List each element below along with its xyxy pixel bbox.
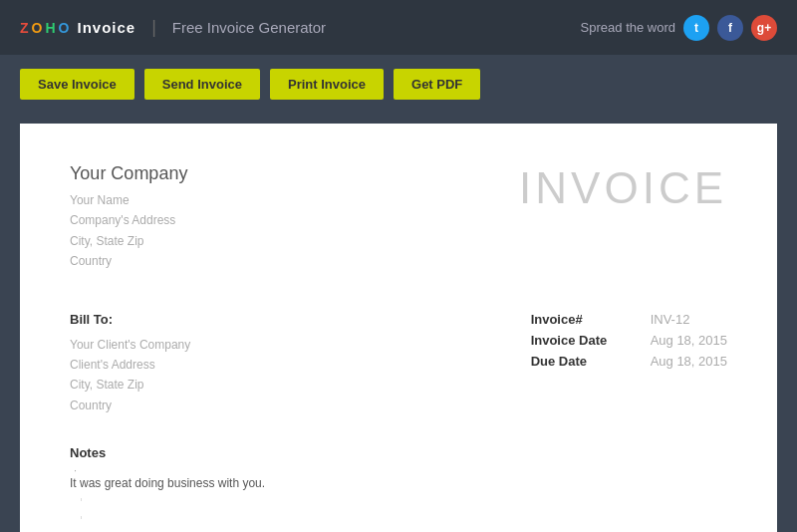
invoice-logo-text: Invoice — [77, 19, 135, 36]
company-name: Your Company — [70, 163, 187, 184]
invoice-area: Your Company Your Name Company's Address… — [0, 114, 797, 532]
logo-z: Z — [20, 20, 29, 36]
invoice-due-value: Aug 18, 2015 — [651, 354, 727, 369]
get-pdf-button[interactable]: Get PDF — [394, 69, 480, 100]
notes-ticks: ˈ ˈ ˈ — [80, 494, 727, 532]
bill-to-label: Bill To: — [70, 312, 190, 327]
invoice-num-row: Invoice# INV-12 — [531, 312, 727, 327]
client-address: Client's Address — [70, 355, 190, 375]
invoice-num-value: INV-12 — [651, 312, 690, 327]
tick-1: ˈ — [80, 494, 727, 512]
company-address: Company's Address — [70, 210, 187, 230]
header-divider: | — [151, 17, 156, 38]
invoice-title-text: INVOICE — [519, 163, 727, 213]
notes-section: Notes · It was great doing business with… — [70, 445, 727, 532]
invoice-paper: Your Company Your Name Company's Address… — [20, 124, 777, 532]
invoice-due-label: Due Date — [531, 354, 631, 369]
app-header: Z O H O Invoice | Free Invoice Generator… — [0, 0, 797, 55]
invoice-date-row: Invoice Date Aug 18, 2015 — [531, 333, 727, 348]
invoice-top: Your Company Your Name Company's Address… — [70, 163, 727, 272]
twitter-button[interactable]: t — [683, 15, 709, 41]
company-country: Country — [70, 251, 187, 271]
send-invoice-button[interactable]: Send Invoice — [144, 69, 260, 100]
logo-o2: O — [59, 20, 70, 36]
invoice-date-value: Aug 18, 2015 — [651, 333, 727, 348]
notes-text: It was great doing business with you. — [70, 476, 727, 490]
save-invoice-button[interactable]: Save Invoice — [20, 69, 134, 100]
header-subtitle: Free Invoice Generator — [172, 19, 326, 36]
logo-h: H — [45, 20, 55, 36]
header-right: Spread the word t f g+ — [581, 15, 777, 41]
company-info: Your Company Your Name Company's Address… — [70, 163, 187, 272]
notes-title: Notes — [70, 445, 727, 460]
invoice-num-label: Invoice# — [531, 312, 631, 327]
client-city: City, State Zip — [70, 375, 190, 395]
company-contact: Your Name — [70, 190, 187, 210]
notes-bullet: · — [74, 464, 727, 476]
invoice-date-label: Invoice Date — [531, 333, 631, 348]
header-left: Z O H O Invoice | Free Invoice Generator — [20, 17, 326, 38]
spread-word-label: Spread the word — [581, 20, 675, 35]
client-name: Your Client's Company — [70, 335, 190, 355]
tick-2: ˈ — [80, 512, 727, 530]
invoice-due-row: Due Date Aug 18, 2015 — [531, 354, 727, 369]
google-button[interactable]: g+ — [751, 15, 777, 41]
logo-o1: O — [32, 20, 43, 36]
company-city: City, State Zip — [70, 231, 187, 251]
invoice-meta: Invoice# INV-12 Invoice Date Aug 18, 201… — [531, 312, 727, 416]
zoho-logo: Z O H O — [20, 20, 69, 36]
bill-to: Bill To: Your Client's Company Client's … — [70, 312, 190, 416]
client-country: Country — [70, 396, 190, 415]
print-invoice-button[interactable]: Print Invoice — [270, 69, 384, 100]
toolbar: Save Invoice Send Invoice Print Invoice … — [0, 55, 797, 114]
facebook-button[interactable]: f — [717, 15, 743, 41]
bill-section: Bill To: Your Client's Company Client's … — [70, 312, 727, 416]
